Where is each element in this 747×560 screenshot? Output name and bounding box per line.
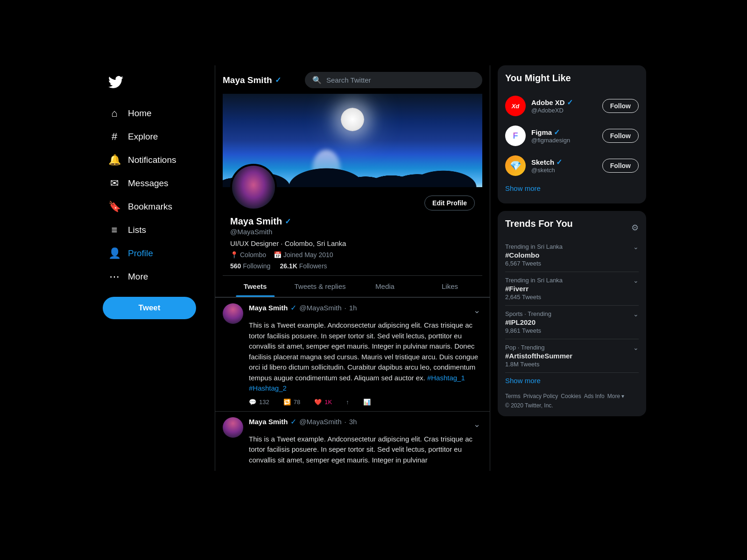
like-icon: ❤️ [314,399,322,406]
list-item[interactable]: Trending in Sri Lanka #Fiverr 2,645 Twee… [505,272,639,306]
app-wrapper: ⌂ Home # Explore 🔔 Notifications ✉ Messa… [0,0,747,560]
location-text: Colombo [240,251,266,259]
trend-context-1: Trending in Sri Lanka [505,243,563,250]
search-icon: 🔍 [312,76,322,84]
sidebar-label-explore: Explore [128,132,158,142]
sidebar-label-messages: Messages [128,178,169,189]
followers-stat[interactable]: 26.1K Followers [280,262,327,270]
profile-meta: 📍 Colombo 📅 Joined May 2010 [230,251,475,259]
trends-settings-icon[interactable]: ⚙ [631,223,639,233]
footer-cookies[interactable]: Cookies [561,393,581,399]
trend-item-header-2: Trending in Sri Lanka #Fiverr 2,645 Twee… [505,277,639,301]
hashtag-1-2[interactable]: #Hashtag_2 [249,384,287,392]
hashtag-1-1[interactable]: #Hashtag_1 [427,374,465,382]
tweet-body-2: Maya Smith ✓ @MayaSmith · 3h ⌄ This is a… [249,417,482,466]
followers-label: Followers [299,262,327,270]
chevron-down-icon: ⌄ [633,243,639,251]
share-action-1[interactable]: ↑ [346,399,349,406]
reply-action-1[interactable]: 💬 132 [249,399,269,406]
sketch-verified: ✓ [556,158,562,167]
search-input[interactable] [326,76,475,84]
retweet-icon: 🔁 [283,399,291,406]
trends-show-more[interactable]: Show more [505,373,639,388]
trends-panel: Trends For You ⚙ Trending in Sri Lanka #… [498,211,646,416]
explore-icon: # [108,131,120,143]
tab-tweets-replies[interactable]: Tweets & replies [288,276,352,297]
tweet-header-1: Maya Smith ✓ @MayaSmith · 1h ⌄ [249,303,482,317]
trend-hashtag-4: #ArtistoftheSummer [505,352,572,360]
adobexd-info: Adobe XD ✓ @AdobeXD [531,98,597,114]
sidebar-item-messages[interactable]: ✉ Messages [103,173,205,194]
profile-name-top: Maya Smith ✓ [223,75,281,85]
trend-tweets-3: 9,861 Tweets [505,327,551,334]
you-might-like-title: You Might Like [505,73,639,84]
profile-display-name-text: Maya Smith [230,216,282,227]
sidebar-item-lists[interactable]: ≡ Lists [103,219,205,241]
you-might-like-panel: You Might Like Xd Adobe XD ✓ @AdobeXD Fo… [498,65,646,203]
sidebar-item-bookmarks[interactable]: 🔖 Bookmarks [103,196,205,217]
tab-likes[interactable]: Likes [417,276,482,297]
calendar-icon: 📅 [274,251,282,259]
tweet-button[interactable]: Tweet [103,297,196,319]
tweet-handle-1: @MayaSmith [299,304,341,312]
sidebar-item-notifications[interactable]: 🔔 Notifications [103,149,205,171]
sketch-avatar: 💎 [505,155,526,176]
sidebar-item-more[interactable]: ⋯ More [103,266,205,287]
figma-verified: ✓ [554,128,560,137]
banner-reflection [312,150,340,187]
adobexd-handle: @AdobeXD [531,107,597,114]
sketch-info: Sketch ✓ @sketch [531,158,597,174]
trend-hashtag-1: #Colombo [505,251,563,259]
follow-adobexd-button[interactable]: Follow [602,99,639,113]
trend-tweets-2: 2,645 Tweets [505,294,563,301]
tweet-more-button-2[interactable]: ⌄ [472,417,482,431]
sketch-handle: @sketch [531,167,597,174]
footer-terms[interactable]: Terms [505,393,521,399]
views-action-1[interactable]: 📊 [363,399,371,406]
adobexd-verified: ✓ [567,98,573,107]
trend-item-header-4: Pop · Trending #ArtistoftheSummer 1.8M T… [505,344,639,368]
list-item: F Figma ✓ @figmadesign Follow [505,121,639,151]
sidebar-label-notifications: Notifications [128,155,176,165]
follow-figma-button[interactable]: Follow [602,129,639,143]
tweet-verified-2: ✓ [290,417,296,426]
edit-profile-button[interactable]: Edit Profile [424,196,475,210]
tab-tweets[interactable]: Tweets [223,276,288,297]
tweet-name-1: Maya Smith [249,304,288,312]
list-item[interactable]: Sports · Trending #IPL2020 9,861 Tweets … [505,306,639,339]
twitter-logo[interactable] [103,70,205,96]
profile-display-name: Maya Smith ✓ [230,216,475,227]
trends-title: Trends For You [505,218,573,229]
tweet-header-2: Maya Smith ✓ @MayaSmith · 3h ⌄ [249,417,482,431]
footer-ads-info[interactable]: Ads Info [584,393,605,399]
follow-sketch-button[interactable]: Follow [602,159,639,173]
search-bar[interactable]: 🔍 [305,72,482,88]
trend-context-3: Sports · Trending [505,310,551,317]
tweet-body-1: Maya Smith ✓ @MayaSmith · 1h ⌄ This is a… [249,303,482,406]
footer-more[interactable]: More ▾ [607,393,625,399]
sidebar-item-home[interactable]: ⌂ Home [103,103,205,124]
tweet-text-2: This is a Tweet example. Andconsectetur … [249,434,482,466]
list-item[interactable]: Trending in Sri Lanka #Colombo 6,567 Twe… [505,238,639,272]
sidebar-item-explore[interactable]: # Explore [103,126,205,147]
figma-handle: @figmadesign [531,137,597,144]
tab-media[interactable]: Media [352,276,417,297]
profile-location: 📍 Colombo [230,251,266,259]
trend-tweets-1: 6,567 Tweets [505,260,563,267]
sidebar-item-profile[interactable]: 👤 Profile [103,243,205,264]
tweet-more-button-1[interactable]: ⌄ [472,303,482,317]
following-stat[interactable]: 560 Following [230,262,270,270]
retweet-action-1[interactable]: 🔁 78 [283,399,300,406]
chevron-down-icon: ⌄ [633,277,639,284]
tweet-name-2: Maya Smith [249,418,288,426]
footer-privacy[interactable]: Privacy Policy [523,393,558,399]
verified-badge-top: ✓ [275,76,281,84]
like-action-1[interactable]: ❤️ 1K [314,399,332,406]
you-might-like-show-more[interactable]: Show more [505,181,639,196]
profile-username: @MayaSmith [230,228,475,236]
list-item: Xd Adobe XD ✓ @AdobeXD Follow [505,91,639,121]
verified-badge-profile: ✓ [285,217,291,226]
figma-name: Figma ✓ [531,128,597,137]
following-count: 560 [230,262,241,270]
list-item[interactable]: Pop · Trending #ArtistoftheSummer 1.8M T… [505,339,639,373]
